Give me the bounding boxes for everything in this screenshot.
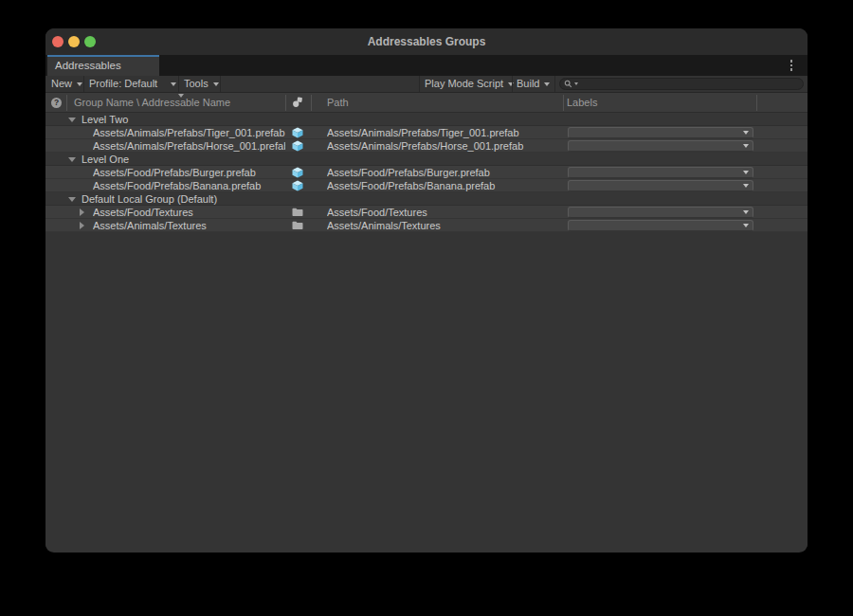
asset-path: Assets/Food/Prefabs/Banana.prefab bbox=[327, 179, 561, 192]
addressable-name: Assets/Animals/Textures bbox=[93, 219, 285, 232]
toolbar-separator bbox=[178, 76, 179, 92]
prefab-cube-icon bbox=[292, 180, 303, 191]
addressable-name: Assets/Animals/Prefabs/Horse_001.prefab bbox=[93, 139, 285, 153]
column-divider[interactable] bbox=[563, 95, 564, 111]
chevron-down-icon bbox=[77, 82, 82, 86]
chevron-down-icon bbox=[743, 131, 749, 135]
group-row[interactable]: Default Local Group (Default) bbox=[45, 192, 808, 206]
sort-indicator-icon bbox=[178, 94, 184, 98]
column-divider[interactable] bbox=[285, 95, 286, 111]
labels-dropdown[interactable] bbox=[568, 140, 753, 152]
table-header: ? Group Name \ Addressable Name Path Lab… bbox=[45, 93, 808, 113]
addressable-name: Assets/Food/Prefabs/Banana.prefab bbox=[93, 179, 285, 192]
chevron-down-icon bbox=[743, 224, 749, 227]
column-divider[interactable] bbox=[66, 95, 67, 111]
asset-row[interactable]: Assets/Food/Prefabs/Burger.prefab Assets… bbox=[45, 166, 808, 179]
search-icon bbox=[564, 80, 573, 89]
search-input[interactable] bbox=[581, 79, 799, 89]
window-menu-kebab-icon[interactable] bbox=[785, 59, 798, 72]
toolbar-separator bbox=[220, 76, 221, 92]
group-row[interactable]: Level One bbox=[45, 153, 808, 166]
column-header-labels[interactable]: Labels bbox=[567, 93, 597, 113]
expand-triangle-icon[interactable] bbox=[80, 222, 84, 229]
chevron-down-icon bbox=[743, 210, 749, 214]
asset-row[interactable]: Assets/Food/Prefabs/Banana.prefab Assets… bbox=[45, 179, 808, 192]
chevron-down-icon bbox=[171, 82, 176, 86]
toolbar-separator bbox=[512, 76, 513, 92]
prefab-cube-icon bbox=[292, 140, 303, 152]
build-label: Build bbox=[517, 76, 539, 92]
prefab-cube-icon bbox=[292, 167, 303, 178]
folder-icon bbox=[292, 220, 303, 231]
labels-dropdown[interactable] bbox=[568, 180, 753, 191]
search-filter-caret-icon bbox=[574, 82, 578, 85]
asset-path: Assets/Animals/Prefabs/Horse_001.prefab bbox=[327, 139, 561, 153]
asset-type-icon bbox=[292, 97, 303, 108]
chevron-down-icon bbox=[213, 82, 219, 86]
toolbar-separator bbox=[83, 76, 84, 92]
labels-dropdown[interactable] bbox=[568, 207, 753, 218]
labels-dropdown[interactable] bbox=[568, 127, 753, 138]
tools-dropdown-button[interactable]: Tools bbox=[184, 76, 219, 92]
collapse-triangle-icon[interactable] bbox=[68, 197, 76, 202]
asset-row[interactable]: Assets/Animals/Prefabs/Horse_001.prefab … bbox=[45, 139, 808, 153]
folder-row[interactable]: Assets/Food/Textures Assets/Food/Texture… bbox=[45, 206, 808, 219]
column-divider[interactable] bbox=[756, 95, 757, 111]
window-title: Addressables Groups bbox=[45, 28, 808, 55]
chevron-down-icon bbox=[544, 82, 550, 86]
expand-triangle-icon[interactable] bbox=[80, 208, 84, 216]
toolbar-separator bbox=[554, 76, 555, 92]
addressables-groups-window: Addressables Groups Addressables Groups … bbox=[45, 28, 808, 553]
collapse-triangle-icon[interactable] bbox=[68, 157, 76, 162]
tab-strip: Addressables Groups bbox=[45, 55, 808, 76]
asset-path: Assets/Animals/Prefabs/Tiger_001.prefab bbox=[327, 126, 561, 139]
addressable-name: Assets/Food/Prefabs/Burger.prefab bbox=[93, 166, 285, 179]
labels-dropdown[interactable] bbox=[568, 220, 753, 231]
play-mode-script-label: Play Mode Script bbox=[425, 76, 503, 92]
new-dropdown-button[interactable]: New bbox=[51, 76, 82, 92]
asset-path: Assets/Food/Prefabs/Burger.prefab bbox=[327, 166, 561, 179]
labels-dropdown[interactable] bbox=[568, 167, 753, 178]
tools-label: Tools bbox=[184, 76, 209, 92]
build-dropdown-button[interactable]: Build bbox=[517, 76, 550, 92]
titlebar: Addressables Groups bbox=[45, 28, 808, 55]
toolbar-separator bbox=[419, 76, 420, 92]
empty-tree-area bbox=[45, 232, 808, 552]
search-field[interactable] bbox=[559, 78, 804, 90]
collapse-triangle-icon[interactable] bbox=[68, 118, 76, 122]
prefab-cube-icon bbox=[292, 127, 303, 138]
asset-path: Assets/Animals/Textures bbox=[327, 219, 561, 232]
group-name: Level Two bbox=[82, 113, 285, 126]
column-header-group-name[interactable]: Group Name \ Addressable Name bbox=[74, 93, 230, 113]
chevron-down-icon bbox=[743, 171, 749, 174]
chevron-down-icon bbox=[743, 144, 749, 148]
tab-addressables-groups[interactable]: Addressables Groups bbox=[47, 55, 159, 76]
asset-row[interactable]: Assets/Animals/Prefabs/Tiger_001.prefab … bbox=[45, 126, 808, 139]
help-icon[interactable]: ? bbox=[51, 98, 62, 108]
groups-tree: Level Two Assets/Animals/Prefabs/Tiger_0… bbox=[45, 113, 808, 232]
column-divider[interactable] bbox=[311, 95, 312, 111]
folder-row[interactable]: Assets/Animals/Textures Assets/Animals/T… bbox=[45, 219, 808, 232]
group-name: Default Local Group (Default) bbox=[82, 192, 285, 206]
column-header-path[interactable]: Path bbox=[327, 93, 349, 113]
new-label: New bbox=[51, 76, 72, 92]
profile-dropdown-button[interactable]: Profile: Default bbox=[89, 76, 176, 92]
play-mode-script-dropdown-button[interactable]: Play Mode Script bbox=[425, 76, 510, 92]
asset-path: Assets/Food/Textures bbox=[327, 206, 561, 219]
addressable-name: Assets/Animals/Prefabs/Tiger_001.prefab bbox=[93, 126, 285, 139]
chevron-down-icon bbox=[743, 184, 749, 188]
folder-icon bbox=[292, 207, 303, 218]
addressable-name: Assets/Food/Textures bbox=[93, 206, 285, 219]
toolbar: New Profile: Default Tools Play Mode Scr… bbox=[45, 76, 808, 93]
group-row[interactable]: Level Two bbox=[45, 113, 808, 126]
group-name: Level One bbox=[82, 153, 285, 166]
profile-label: Profile: Default bbox=[89, 76, 157, 92]
